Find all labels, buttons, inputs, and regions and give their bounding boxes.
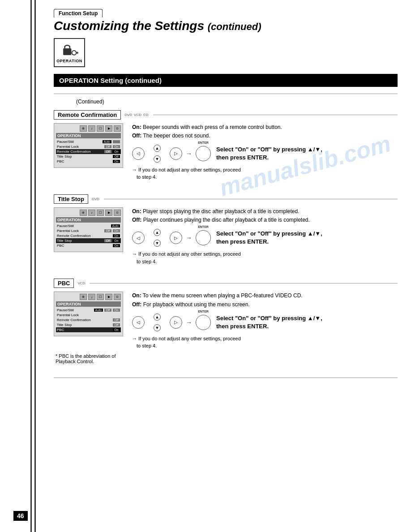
format-dvd-1: DVD	[92, 197, 99, 201]
feature-content-1: ⊕ ♪ ☐ ▶ ⊙ OPERATION Pause/Still Auto	[54, 207, 398, 265]
on-off-desc-1: On: Player stops playing the disc after …	[132, 207, 398, 224]
feature-header-pbc: PBC VCD	[54, 279, 398, 288]
left-arrow-circle-1[interactable]: ◁	[132, 232, 145, 244]
sidebar-decoration	[30, 0, 48, 532]
proceed-note-0: → If you do not adjust any other setting…	[132, 166, 398, 181]
up-down-nav-1: ▲ ▼	[148, 229, 166, 247]
menu-icon-2-4: ⊙	[114, 294, 121, 300]
feature-section-title-stop: Title Stop DVD ⊕ ♪ ☐ ▶ ⊙ OPERATION	[54, 194, 398, 265]
arrow-right-1: →	[186, 234, 192, 241]
page-title: Customizing the Settings (continued)	[54, 18, 398, 34]
menu-row-1-remote: Remote Confirmation On	[56, 233, 121, 238]
svg-rect-0	[63, 48, 71, 55]
pbc-note: * PBC is the abbreviation of Playback Co…	[56, 353, 398, 364]
control-instruction-1: ◁ ▲ ▼ ▷ → ENTER Select "On" or "Off" b	[132, 229, 398, 247]
proceed-note-2: → If you do not adjust any other setting…	[132, 335, 398, 350]
format-vcd-2: VCD	[77, 281, 85, 285]
feature-line-1	[104, 199, 398, 199]
section-header: OPERATION Setting (continued)	[54, 74, 398, 87]
operation-icon: OPERATION	[54, 38, 85, 67]
menu-icon-0: ⊕	[80, 125, 87, 132]
menu-icon-1: ♪	[88, 125, 95, 132]
control-instruction-2: ◁ ▲ ▼ ▷ → ENTER Select "On" or "Off" b	[132, 313, 398, 331]
menu-row-2-pause: Pause/Still Auto Off On	[56, 308, 121, 313]
lock-key-icon	[60, 42, 78, 58]
menu-row-1-parental: Parental Lock Off On	[56, 228, 121, 233]
menu-icon-2: ☐	[97, 125, 104, 132]
menu-screenshot-2: ⊕ ♪ ☐ ▶ ⊙ OPERATION Pause/Still Auto Off…	[54, 292, 123, 336]
feature-label-pbc: PBC	[54, 279, 74, 288]
page-footer: 46	[13, 511, 28, 521]
left-arrow-circle-2[interactable]: ◁	[132, 316, 145, 329]
select-instruction-2: Select "On" or "Off" by pressing ▲/▼, th…	[216, 314, 322, 330]
feature-header-remote-confirmation: Remote Confirmation DVD VCD CD	[54, 110, 398, 120]
down-arrow-0[interactable]: ▼	[154, 155, 161, 163]
feature-line-0	[153, 115, 398, 115]
menu-row-remote-conf: Remote Confirmation Off On	[56, 149, 121, 154]
menu-row-2-pbc: PBC On	[56, 327, 121, 332]
menu-row-2-parental: Parental Lock	[56, 313, 121, 317]
up-arrow-2[interactable]: ▲	[154, 313, 161, 321]
menu-row-pause: Pause/Still Auto	[56, 139, 121, 144]
menu-screenshot-1: ⊕ ♪ ☐ ▶ ⊙ OPERATION Pause/Still Auto	[54, 207, 123, 252]
on-off-desc-2: On: To view the menu screen when playing…	[132, 292, 398, 309]
menu-icon-1-3: ▶	[105, 210, 112, 216]
right-arrow-circle-1[interactable]: ▷	[170, 232, 182, 244]
menu-section-title-2: OPERATION	[56, 301, 121, 307]
menu-icons-row-1: ⊕ ♪ ☐ ▶ ⊙	[56, 210, 121, 216]
feature-content-2: ⊕ ♪ ☐ ▶ ⊙ OPERATION Pause/Still Auto Off…	[54, 292, 398, 349]
arrow-right-2: →	[186, 319, 192, 326]
menu-row-2-remote: Remote Confirmation Off	[56, 317, 121, 322]
feature-content-0: ⊕ ♪ ☐ ▶ ⊙ OPERATION Pause/Still Auto	[54, 123, 398, 181]
menu-section-title-0: OPERATION	[56, 133, 121, 138]
feature-label-remote-confirmation: Remote Confirmation	[54, 110, 121, 120]
content-area: Function Setup Customizing the Settings …	[54, 0, 398, 378]
menu-screenshot-0: ⊕ ♪ ☐ ▶ ⊙ OPERATION Pause/Still Auto	[54, 123, 123, 168]
instructions-area-2: On: To view the menu screen when playing…	[132, 292, 398, 349]
feature-line-2	[90, 283, 398, 283]
control-instruction-0: ◁ ▲ ▼ ▷ → ENTER	[132, 145, 398, 163]
feature-section-remote-confirmation: Remote Confirmation DVD VCD CD ⊕ ♪ ☐ ▶ ⊙…	[54, 110, 398, 181]
up-arrow-1[interactable]: ▲	[154, 229, 161, 236]
menu-section-title-1: OPERATION	[56, 217, 121, 223]
enter-button-1[interactable]: ENTER	[196, 230, 211, 245]
on-off-desc-0: On: Beeper sounds with each press of a r…	[132, 123, 398, 140]
feature-header-title-stop: Title Stop DVD	[54, 194, 398, 204]
proceed-note-1: → If you do not adjust any other setting…	[132, 250, 398, 265]
down-arrow-1[interactable]: ▼	[154, 240, 161, 247]
right-arrow-circle-0[interactable]: ▷	[170, 147, 182, 160]
select-instruction-0: Select "On" or "Off" by pressing ▲/▼, th…	[216, 146, 322, 162]
menu-icon-1-4: ⊙	[114, 210, 121, 216]
up-down-nav-0: ▲ ▼	[148, 145, 166, 163]
continued-text: (Continued)	[76, 99, 398, 105]
right-arrow-circle-2[interactable]: ▷	[170, 316, 182, 329]
left-arrow-circle-0[interactable]: ◁	[132, 147, 145, 160]
menu-icon-2-2: ☐	[97, 294, 104, 300]
menu-row-title-stop: Title Stop Off	[56, 154, 121, 159]
enter-button-2[interactable]: ENTER	[196, 315, 211, 330]
enter-button-0[interactable]: ENTER	[196, 146, 211, 161]
menu-icons-row-0: ⊕ ♪ ☐ ▶ ⊙	[56, 125, 121, 132]
menu-icon-4: ⊙	[114, 125, 121, 132]
menu-icons-row-2: ⊕ ♪ ☐ ▶ ⊙	[56, 294, 121, 300]
format-dvd-0: DVD	[124, 113, 132, 117]
format-cd-0: CD	[143, 113, 149, 117]
page-container: manualslib.com Function Setup Customizin…	[0, 0, 411, 532]
feature-label-title-stop: Title Stop	[54, 194, 88, 204]
svg-point-1	[72, 51, 77, 55]
operation-icon-label: OPERATION	[56, 59, 82, 63]
up-arrow-0[interactable]: ▲	[154, 145, 161, 152]
menu-icon-3: ▶	[105, 125, 112, 132]
menu-row-1-title-stop: Title Stop Off On	[56, 238, 121, 243]
instructions-area-0: On: Beeper sounds with each press of a r…	[132, 123, 398, 181]
breadcrumb: Function Setup	[54, 9, 103, 17]
operation-icon-wrapper: OPERATION	[54, 38, 398, 67]
menu-icon-1-2: ☐	[97, 210, 104, 216]
menu-icon-2-1: ♪	[88, 294, 95, 300]
menu-row-parental: Parental Lock Off On	[56, 144, 121, 149]
bottom-divider	[54, 378, 398, 378]
page-number: 46	[13, 511, 28, 521]
feature-section-pbc: PBC VCD ⊕ ♪ ☐ ▶ ⊙ OPERATION Pause/S	[54, 279, 398, 364]
down-arrow-2[interactable]: ▼	[154, 324, 161, 331]
menu-icon-1-1: ♪	[88, 210, 95, 216]
